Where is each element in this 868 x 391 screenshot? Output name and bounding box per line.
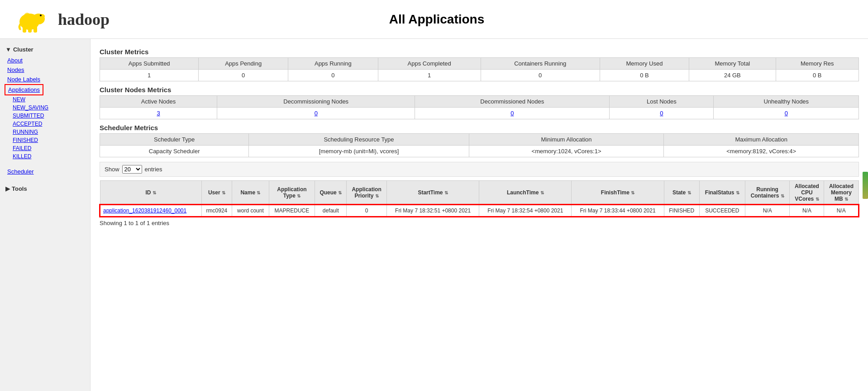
app-id-link[interactable]: application_1620381912460_0001 [103,207,186,214]
sidebar-link-scheduler[interactable]: Scheduler [0,167,90,176]
col-minimum-allocation: Minimum Allocation [469,134,664,146]
val-scheduling-resource-type: [memory-mb (unit=Mi), vcores] [249,146,469,157]
cell-start-time: Fri May 7 18:32:51 +0800 2021 [387,205,479,217]
svg-rect-2 [23,26,26,33]
cluster-metrics-title: Cluster Metrics [100,48,859,56]
sidebar-link-nodes[interactable]: Nodes [0,65,90,75]
sidebar-sublink-killed[interactable]: KILLED [0,152,90,160]
cluster-section-header[interactable]: ▼ Cluster [0,43,90,56]
scheduler-metrics-table: Scheduler Type Scheduling Resource Type … [100,133,859,157]
col-scheduler-type: Scheduler Type [100,134,249,146]
tools-section-header[interactable]: ▶ Tools [0,183,90,195]
scrollbar[interactable] [863,172,868,199]
val-active-nodes[interactable]: 3 [100,108,217,119]
col-allocated-memory[interactable]: AllocatedMemoryMB ⇅ [824,181,858,205]
triangle-icon: ▼ [5,46,11,53]
col-running-containers[interactable]: RunningContainers ⇅ [745,181,790,205]
val-containers-running: 0 [481,70,600,81]
col-containers-running: Containers Running [481,58,600,70]
main-content: Cluster Metrics Apps Submitted Apps Pend… [91,39,868,391]
cluster-nodes-metrics-table: Active Nodes Decommissioning Nodes Decom… [100,95,859,119]
sidebar-link-about[interactable]: About [0,56,90,65]
logo-area: hadoop hadoop [14,5,110,34]
sort-id-icon: ⇅ [153,190,156,195]
val-apps-completed: 1 [378,70,481,81]
col-lost-nodes: Lost Nodes [610,96,714,108]
cell-finish-time: Fri May 7 18:33:44 +0800 2021 [572,205,664,217]
col-final-status[interactable]: FinalStatus ⇅ [699,181,745,205]
col-user[interactable]: User ⇅ [201,181,232,205]
val-maximum-allocation: <memory:8192, vCores:4> [664,146,859,157]
cell-priority: 0 [347,205,387,217]
sort-user-icon: ⇅ [222,190,225,195]
sort-launch-time-icon: ⇅ [540,190,544,195]
val-decommissioning-nodes[interactable]: 0 [217,108,415,119]
cell-queue: default [315,205,347,217]
cluster-nodes-metrics-title: Cluster Nodes Metrics [100,86,859,94]
sidebar-sublink-accepted[interactable]: ACCEPTED [0,120,90,128]
sidebar-sublink-failed[interactable]: FAILED [0,144,90,152]
sort-app-type-icon: ⇅ [297,193,300,198]
sidebar-link-node-labels[interactable]: Node Labels [0,75,90,84]
hadoop-logo-icon: hadoop [14,5,54,34]
logo-text: hadoop [58,10,110,29]
sidebar-sublink-submitted[interactable]: SUBMITTED [0,112,90,120]
svg-point-7 [24,13,31,22]
col-memory-res: Memory Res [776,58,858,70]
svg-point-6 [40,14,42,16]
col-allocated-cpu[interactable]: AllocatedCPUVCores ⇅ [790,181,824,205]
triangle-right-icon: ▶ [5,185,10,192]
col-application-priority[interactable]: ApplicationPriority ⇅ [347,181,387,205]
cell-user: rmc0924 [201,205,232,217]
col-id[interactable]: ID ⇅ [100,181,201,205]
val-memory-used: 0 B [600,70,689,81]
col-start-time[interactable]: StartTime ⇅ [387,181,479,205]
cell-allocated-memory: N/A [824,205,858,217]
val-decommissioned-nodes[interactable]: 0 [415,108,610,119]
sidebar-sublink-new[interactable]: NEW [0,95,90,104]
show-entries-control: Show 10 20 25 50 100 entries [100,162,859,177]
col-name[interactable]: Name ⇅ [232,181,269,205]
page-title: All Applications [389,12,485,27]
showing-entries-label: Showing 1 to 1 of 1 entries [100,220,859,226]
val-apps-running: 0 [288,70,378,81]
svg-point-5 [38,14,45,19]
col-apps-submitted: Apps Submitted [100,58,199,70]
sort-memory-icon: ⇅ [844,197,848,202]
cell-launch-time: Fri May 7 18:32:54 +0800 2021 [479,205,572,217]
sidebar-link-applications[interactable]: Applications [5,84,43,95]
col-application-type[interactable]: ApplicationType ⇅ [269,181,315,205]
body: ▼ Cluster About Nodes Node Labels Applic… [0,39,868,391]
col-unhealthy-nodes: Unhealthy Nodes [714,96,859,108]
cluster-metrics-table: Apps Submitted Apps Pending Apps Running… [100,57,859,81]
val-minimum-allocation: <memory:1024, vCores:1> [469,146,664,157]
scheduler-metrics-title: Scheduler Metrics [100,124,859,132]
cell-app-type: MAPREDUCE [269,205,315,217]
val-memory-res: 0 B [776,70,858,81]
col-state[interactable]: State ⇅ [664,181,699,205]
col-memory-total: Memory Total [689,58,776,70]
tools-label: Tools [12,185,27,192]
sidebar-sublink-running[interactable]: RUNNING [0,128,90,136]
table-row: application_1620381912460_0001 rmc0924 w… [100,205,858,217]
sort-start-time-icon: ⇅ [444,190,448,195]
val-scheduler-type: Capacity Scheduler [100,146,249,157]
col-launch-time[interactable]: LaunchTime ⇅ [479,181,572,205]
col-queue[interactable]: Queue ⇅ [315,181,347,205]
applications-table: ID ⇅ User ⇅ Name ⇅ ApplicationType ⇅ Que… [100,180,859,217]
col-active-nodes: Active Nodes [100,96,217,108]
header: hadoop hadoop All Applications [0,0,868,39]
col-apps-pending: Apps Pending [199,58,288,70]
cluster-label: Cluster [13,46,33,53]
col-apps-running: Apps Running [288,58,378,70]
col-finish-time[interactable]: FinishTime ⇅ [572,181,664,205]
sidebar-sublink-finished[interactable]: FINISHED [0,136,90,144]
entries-select[interactable]: 10 20 25 50 100 [122,165,142,174]
svg-rect-3 [28,27,32,33]
sort-cpu-icon: ⇅ [816,197,819,202]
val-unhealthy-nodes[interactable]: 0 [714,108,859,119]
sidebar-sublink-new-saving[interactable]: NEW_SAVING [0,104,90,112]
cell-running-containers: N/A [745,205,790,217]
show-label: Show [105,166,119,173]
val-lost-nodes[interactable]: 0 [610,108,714,119]
